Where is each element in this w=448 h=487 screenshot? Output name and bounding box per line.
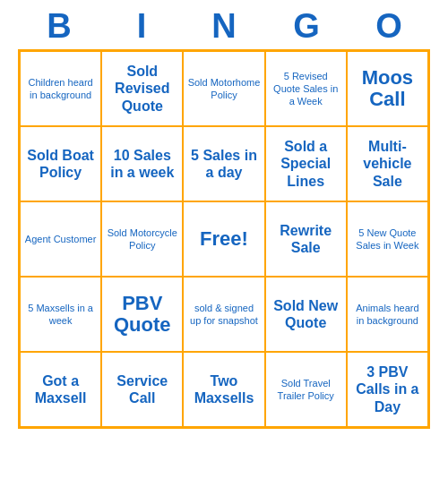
bingo-cell-17: sold & signed up for snapshot bbox=[183, 277, 264, 352]
cell-text-8: Sold a Special Lines bbox=[270, 138, 342, 190]
bingo-cell-14: 5 New Quote Sales in Week bbox=[347, 201, 428, 277]
cell-text-18: Sold New Quote bbox=[270, 297, 342, 331]
bingo-cell-21: Service Call bbox=[101, 352, 183, 427]
letter-b: B bbox=[23, 7, 95, 46]
bingo-cell-1: Sold Revised Quote bbox=[101, 51, 183, 126]
cell-text-19: Animals heard in background bbox=[351, 302, 424, 328]
letter-g: G bbox=[271, 7, 342, 46]
cell-text-21: Service Call bbox=[106, 372, 178, 406]
cell-text-9: Multi-vehicle Sale bbox=[351, 138, 424, 190]
bingo-cell-13: Rewrite Sale bbox=[265, 201, 347, 277]
bingo-cell-2: Sold Motorhome Policy bbox=[183, 51, 264, 126]
letter-n: N bbox=[188, 7, 260, 46]
cell-text-15: 5 Maxsells in a week bbox=[24, 302, 97, 328]
bingo-cell-3: 5 Revised Quote Sales in a Week bbox=[265, 51, 347, 126]
cell-text-1: Sold Revised Quote bbox=[106, 63, 178, 115]
cell-text-6: 10 Sales in a week bbox=[106, 147, 178, 181]
cell-text-3: 5 Revised Quote Sales in a Week bbox=[270, 70, 342, 108]
cell-text-17: sold & signed up for snapshot bbox=[187, 302, 260, 328]
cell-text-16: PBV Quote bbox=[106, 293, 178, 336]
bingo-cell-8: Sold a Special Lines bbox=[265, 126, 347, 201]
letter-o: O bbox=[353, 7, 425, 46]
bingo-cell-5: Sold Boat Policy bbox=[20, 126, 101, 201]
cell-text-5: Sold Boat Policy bbox=[24, 147, 97, 181]
bingo-cell-20: Got a Maxsell bbox=[20, 352, 101, 427]
cell-text-20: Got a Maxsell bbox=[24, 372, 97, 406]
bingo-cell-10: Agent Customer bbox=[20, 201, 101, 277]
bingo-cell-15: 5 Maxsells in a week bbox=[20, 277, 101, 352]
cell-text-2: Sold Motorhome Policy bbox=[187, 76, 260, 102]
cell-text-22: Two Maxsells bbox=[187, 372, 260, 406]
cell-text-24: 3 PBV Calls in a Day bbox=[351, 363, 424, 415]
bingo-grid: Children heard in backgroundSold Revised… bbox=[18, 49, 430, 429]
bingo-cell-22: Two Maxsells bbox=[183, 352, 264, 427]
bingo-cell-4: Moos Call bbox=[347, 51, 428, 126]
bingo-cell-16: PBV Quote bbox=[101, 277, 183, 352]
cell-text-13: Rewrite Sale bbox=[270, 222, 342, 256]
cell-text-0: Children heard in background bbox=[24, 76, 97, 102]
cell-text-10: Agent Customer bbox=[25, 233, 96, 245]
bingo-cell-0: Children heard in background bbox=[20, 51, 101, 126]
bingo-cell-19: Animals heard in background bbox=[347, 277, 428, 352]
bingo-cell-24: 3 PBV Calls in a Day bbox=[347, 352, 428, 427]
bingo-cell-23: Sold Travel Trailer Policy bbox=[265, 352, 347, 427]
cell-text-4: Moos Call bbox=[351, 67, 424, 110]
bingo-header: B I N G O bbox=[18, 0, 430, 49]
bingo-cell-7: 5 Sales in a day bbox=[183, 126, 264, 201]
letter-i: I bbox=[106, 7, 177, 46]
bingo-cell-12: Free! bbox=[183, 201, 264, 277]
bingo-cell-18: Sold New Quote bbox=[265, 277, 347, 352]
bingo-cell-9: Multi-vehicle Sale bbox=[347, 126, 428, 201]
cell-text-14: 5 New Quote Sales in Week bbox=[351, 226, 424, 252]
bingo-cell-6: 10 Sales in a week bbox=[101, 126, 183, 201]
cell-text-7: 5 Sales in a day bbox=[187, 147, 260, 181]
cell-text-23: Sold Travel Trailer Policy bbox=[270, 377, 342, 403]
cell-text-12: Free! bbox=[200, 227, 248, 251]
bingo-cell-11: Sold Motorcycle Policy bbox=[101, 201, 183, 277]
cell-text-11: Sold Motorcycle Policy bbox=[106, 226, 178, 252]
